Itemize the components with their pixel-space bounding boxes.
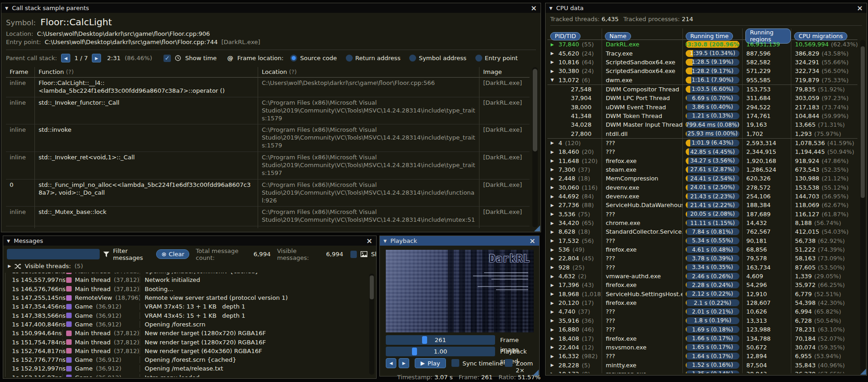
resize-grip[interactable] [533, 370, 539, 376]
cpu-process-row[interactable]: ▶928(25) ??? 3.34 s (0.35%) 163,734 87,6… [547, 263, 857, 272]
close-icon[interactable]: × [531, 5, 537, 12]
expand-arrow-icon[interactable]: ▶ [551, 371, 556, 373]
radio-entry-point[interactable] [475, 55, 482, 62]
expand-arrow-icon[interactable]: ▶ [551, 176, 556, 181]
cpu-process-row[interactable]: ▶22,804(45) ??? 3.78 s (0.39%) 79,578 58… [547, 254, 857, 263]
message-row[interactable]: 1s 147,400,846ns Game (36,912) Opening /… [6, 320, 367, 329]
callstack-frame-row[interactable]: inline Floor::CalcLight::__l4::<lambda_5… [6, 78, 530, 97]
expand-arrow-icon[interactable]: ▶ [551, 203, 556, 208]
message-row[interactable]: 1s 152,764,817ns Main thread (37,812) Ne… [6, 347, 367, 355]
collapse-icon[interactable]: ▼ [5, 6, 8, 11]
scrollbar-thumb[interactable] [370, 275, 374, 299]
expand-arrow-icon[interactable]: ▶ [551, 345, 556, 349]
sort-running-time-button[interactable]: Running time [686, 32, 733, 40]
playback-speed-slider[interactable]: 1.00 [386, 347, 495, 356]
cpu-process-row[interactable]: ▶35,916(36) ??? 1.8 s (0.19%) 13,313 6,7… [547, 316, 857, 325]
cpu-process-row[interactable]: 41,348 DWM Token Thread 1.21 s (0.13%) 1… [547, 112, 857, 120]
cpu-process-row[interactable]: 38,000 uDWM Event Thread 3.86 s (0.40%) … [547, 102, 857, 111]
expand-arrow-icon[interactable]: ▶ [551, 185, 556, 190]
expand-arrow-icon[interactable]: ▶ [551, 212, 556, 216]
expand-arrow-icon[interactable]: ▶ [551, 221, 556, 225]
cpu-process-row[interactable]: ▶27,736(88) ServiceHub.DataWarehouseHost… [547, 201, 857, 209]
expand-arrow-icon[interactable]: ▶ [551, 256, 556, 261]
cpu-process-row[interactable]: ▶536(49) firefox.exe 4.61 s (0.48%) 68,8… [547, 245, 857, 254]
resize-grip[interactable] [534, 225, 540, 231]
sort-cpu-migrations-button[interactable]: CPU migrations [794, 32, 847, 40]
expand-arrow-icon[interactable]: ▶ [551, 60, 556, 64]
callstack-frame-row[interactable]: inline std::_Invoker_functor::_Call C:\P… [6, 97, 530, 125]
expand-arrow-icon[interactable]: ▶ [551, 283, 556, 287]
frame-image-slider[interactable]: 261 [386, 335, 495, 345]
expand-arrow-icon[interactable]: ▶ [551, 301, 556, 305]
radio-label[interactable]: Return address [355, 55, 400, 62]
collapse-icon[interactable]: ▼ [7, 239, 10, 243]
zoom-2x-checkbox[interactable] [505, 359, 513, 367]
cpu-process-row[interactable]: ▶18,408(17) firefox.exe 1.66 s (0.17%) 1… [547, 334, 857, 343]
callstack-titlebar[interactable]: ▼ Call stack sample parents × [1, 3, 541, 13]
cpu-process-row[interactable]: ▶45,620(24) Tracy.exe 1:39.5 (10.34%) 88… [547, 49, 857, 57]
cpu-process-row[interactable]: ▶28,228(5) mintty.exe 1.52 s (0.16%) 87,… [547, 360, 857, 369]
cpu-process-row[interactable]: ▶18,968(1,018) ServiceHub.SettingsHost.e… [547, 290, 857, 298]
close-icon[interactable]: × [857, 5, 863, 12]
cpu-titlebar[interactable]: ▼ CPU data × [546, 3, 867, 13]
expand-arrow-icon[interactable]: ▼ [551, 78, 556, 82]
expand-arrow-icon[interactable]: ▶ [551, 265, 556, 270]
cpu-process-row[interactable]: ▼13,072(6) dwm.exe 1:16.1 (7.90%) 955,58… [547, 75, 857, 84]
sort-pid-button[interactable]: PID/TID [550, 32, 581, 40]
expand-arrow-icon[interactable]: ▶ [551, 309, 556, 314]
expand-arrow-icon[interactable]: ▶ [551, 318, 556, 323]
expand-arrow-icon[interactable]: ▶ [551, 51, 556, 56]
callstack-frame-row[interactable]: inline std::invoke C:\Program Files (x86… [6, 124, 530, 152]
callstack-frame-row[interactable]: 0 std::_Func_impl_no_alloc<<lambda_5bc22… [6, 180, 530, 207]
expand-arrow-icon[interactable]: ▶ [551, 274, 556, 279]
message-row[interactable]: 1s 147,354,456ns Game (36,912) VRAM 37x4… [6, 302, 367, 311]
cpu-process-row[interactable]: ▶30,060(116) devenv.exe 24.01 s (2.50%) … [547, 183, 857, 192]
callstack-frame-row[interactable]: inline std::_Invoker_ret<void,1>::_Call … [6, 152, 530, 180]
message-row[interactable]: 1s 152,912,997ns Game (36,912) Opening /… [6, 364, 367, 373]
cpu-process-row[interactable]: ▶16,880(46) ??? 1.69 s (0.18%) 123,988 7… [547, 325, 857, 334]
sync-timeline-checkbox[interactable] [451, 359, 459, 367]
cpu-process-row[interactable]: ▶8,628(18) StandardCollector.Service.exe… [547, 227, 857, 236]
next-stack-button[interactable]: ▶ [92, 54, 101, 62]
message-row[interactable]: 1s 145,557,997ns Main thread (37,812) Ne… [6, 275, 367, 284]
visible-threads-label[interactable]: Visible threads: [25, 263, 71, 270]
sync-timeline-label[interactable]: Sync timeline [462, 360, 503, 367]
playback-titlebar[interactable]: ▼ Playback × [380, 236, 539, 246]
expand-arrow-icon[interactable]: ▶ [551, 194, 556, 199]
cpu-process-row[interactable]: 34,028 DWM Master Input Thread 799.64 ms… [547, 120, 857, 129]
callstack-frame-row[interactable]: inline std::_Mutex_base::lock C:\Program… [6, 207, 530, 226]
radio-symbol-address[interactable] [409, 55, 416, 62]
expand-arrow-icon[interactable]: ▶ [551, 238, 556, 243]
cpu-process-row[interactable]: ▶22,404(12) msvsmon.exe 1.65 s (0.17%) 5… [547, 343, 857, 352]
show-images-checkbox[interactable]: ✓ [350, 251, 357, 258]
expand-arrow-icon[interactable]: ▶ [551, 167, 556, 172]
message-row[interactable]: 1s 146,576,766ns Main thread (37,812) Bo… [6, 285, 367, 293]
cpu-process-row[interactable]: ▶3,536(75) ??? 20.05 s (2.08%) 187,689 1… [547, 210, 857, 219]
message-row[interactable]: 1s 153,116,97ns Game (36,912) Intro menu… [6, 373, 367, 377]
cpu-process-row[interactable]: 27,548 DWM Compositor Thread 1:03.5 (6.6… [547, 84, 857, 94]
cpu-process-row[interactable]: ▶16,332(982) ??? 1.64 s (0.17%) 12,894 6… [547, 352, 857, 360]
cpu-process-row[interactable]: ▶17,396(43) firefox.exe 2.28 s (0.24%) 5… [547, 281, 857, 289]
cpu-process-row[interactable]: ▶37,840(55) DarkRL.exe 33:30.8 (208.96%)… [547, 40, 857, 49]
sort-name-button[interactable]: Name [605, 32, 631, 40]
expand-arrow-icon[interactable]: ▶ [551, 140, 556, 145]
radio-label[interactable]: Symbol address [419, 55, 467, 62]
expand-arrow-icon[interactable]: ▶ [551, 150, 556, 154]
callstack-frame-row[interactable]: inline std::unique_lock<std::mutex>::loc… [6, 226, 530, 228]
cpu-process-row[interactable]: 27,800 ntdll.dll 25.93 ms (0.00%) 1,702 … [547, 129, 857, 138]
collapse-icon[interactable]: ▼ [383, 239, 387, 243]
expand-arrow-icon[interactable]: ▶ [551, 292, 556, 296]
expand-arrow-icon[interactable]: ▶ [551, 42, 556, 47]
expand-arrow-icon[interactable]: ▶ [551, 363, 556, 367]
expand-arrow-icon[interactable]: ▶ [551, 69, 556, 73]
radio-label[interactable]: Source code [300, 55, 337, 62]
cpu-process-row[interactable]: ▶11,648(120) firefox.exe 34.27 s (3.56%)… [547, 156, 857, 165]
close-icon[interactable]: × [366, 237, 372, 245]
expand-threads-icon[interactable]: ▼ [7, 264, 11, 268]
message-row[interactable]: 1s 147,383,566ns Game (36,912) VRAM 43x4… [6, 311, 367, 320]
cpu-process-row[interactable]: 37,904 DWM LPC Port Thread 6.69 s (0.70%… [547, 94, 857, 102]
cpu-process-row[interactable]: ▶7,300(37) steam.exe 27.61 s (2.87%) 1,2… [547, 165, 857, 174]
messages-scrollbar[interactable] [369, 274, 374, 375]
messages-titlebar[interactable]: ▼ Messages × [3, 236, 376, 246]
expand-arrow-icon[interactable]: ▶ [551, 247, 556, 252]
